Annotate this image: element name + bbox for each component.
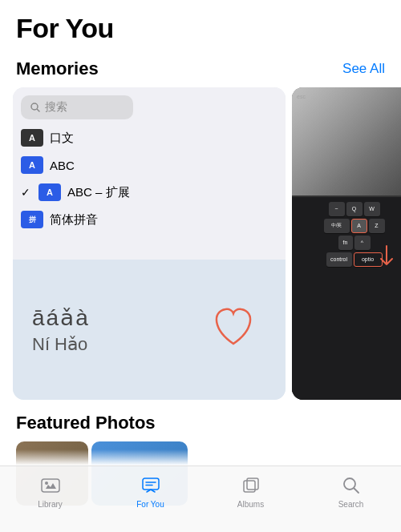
- key-control: control: [326, 252, 352, 267]
- memories-carousel: 搜索 A 口文 A ABC ✓: [0, 87, 401, 400]
- key-fn: fn: [338, 236, 353, 250]
- menu-item-2: A ABC: [21, 153, 277, 177]
- search-icon-tab: [340, 474, 363, 497]
- menu-icon-2: A: [21, 156, 43, 174]
- tab-for-you[interactable]: For You: [100, 474, 200, 509]
- menu-icon-4: 拼: [21, 211, 43, 228]
- heart-doodle: [205, 300, 261, 359]
- keyboard-top-area: esc: [292, 87, 401, 197]
- svg-rect-4: [143, 478, 159, 490]
- keyboard-visual: esc ~ Q W 中/英 A Z: [292, 87, 401, 400]
- header: For You: [0, 0, 401, 52]
- memories-section-header: Memories See All: [0, 52, 401, 87]
- menu-item-4: 拼 简体拼音: [21, 208, 277, 232]
- menu-text-3: ABC – 扩展: [67, 185, 130, 200]
- card-bottom-pinyin: āáǎà Ní Hǎo: [13, 260, 286, 401]
- tab-bar: Library For You Albums: [0, 466, 401, 532]
- memories-section-title: Memories: [16, 58, 99, 79]
- pinyin-romanized: Ní Hǎo: [32, 334, 90, 355]
- menu-text-2: ABC: [50, 159, 75, 172]
- search-bar-placeholder: 搜索: [45, 100, 67, 115]
- svg-rect-7: [244, 481, 255, 492]
- menu-text-1: 口文: [50, 131, 74, 146]
- svg-rect-8: [247, 478, 258, 490]
- memory-card-left[interactable]: 搜索 A 口文 A ABC ✓: [13, 87, 286, 400]
- page-title: For You: [16, 13, 385, 44]
- key-row-1: ~ Q W: [295, 202, 401, 216]
- key-lang: 中/英: [324, 219, 350, 233]
- checkmark-icon: ✓: [21, 186, 30, 199]
- key-row-4: control optio: [295, 252, 401, 267]
- search-bar: 搜索: [21, 95, 133, 119]
- svg-line-10: [354, 489, 358, 494]
- key-q: Q: [346, 202, 363, 216]
- key-tilde: ~: [329, 202, 345, 216]
- menu-icon-1: A: [21, 129, 43, 147]
- keyboard-body: ~ Q W 中/英 A Z fn ^ control op: [292, 197, 401, 401]
- memory-card-right[interactable]: esc ~ Q W 中/英 A Z: [292, 87, 401, 400]
- svg-point-3: [45, 482, 48, 485]
- card-top-menu: 搜索 A 口文 A ABC ✓: [13, 87, 286, 260]
- menu-item-3: ✓ A ABC – 扩展: [21, 180, 277, 204]
- svg-rect-2: [42, 479, 59, 492]
- key-option: optio: [354, 252, 383, 267]
- tab-library[interactable]: Library: [0, 474, 100, 509]
- pinyin-demo: āáǎà Ní Hǎo: [32, 304, 90, 355]
- tab-albums[interactable]: Albums: [200, 474, 301, 509]
- pinyin-chars: āáǎà: [32, 304, 90, 331]
- tab-search[interactable]: Search: [301, 474, 401, 509]
- card-left-content: 搜索 A 口文 A ABC ✓: [13, 87, 286, 400]
- key-row-3: fn ^: [295, 236, 401, 250]
- search-icon: [30, 103, 40, 112]
- library-icon: [39, 474, 62, 497]
- key-z: Z: [369, 219, 385, 233]
- svg-line-1: [38, 110, 40, 112]
- key-a-highlighted: A: [351, 219, 367, 233]
- menu-item-1: A 口文: [21, 126, 277, 150]
- key-row-2: 中/英 A Z: [295, 219, 401, 233]
- see-all-button[interactable]: See All: [342, 61, 385, 77]
- tab-search-label: Search: [338, 500, 364, 509]
- tab-library-label: Library: [38, 500, 63, 509]
- tab-albums-label: Albums: [237, 500, 264, 509]
- menu-icon-3: A: [38, 183, 61, 201]
- key-w: W: [364, 202, 380, 216]
- albums-icon: [240, 474, 262, 497]
- menu-items-list: A 口文 A ABC ✓ A ABC – 扩展: [21, 126, 277, 232]
- for-you-icon: [140, 474, 162, 497]
- tab-for-you-label: For You: [136, 500, 164, 509]
- menu-text-4: 简体拼音: [50, 212, 98, 228]
- key-up: ^: [354, 236, 371, 250]
- featured-section-title: Featured Photos: [16, 413, 385, 433]
- svg-point-0: [31, 103, 38, 110]
